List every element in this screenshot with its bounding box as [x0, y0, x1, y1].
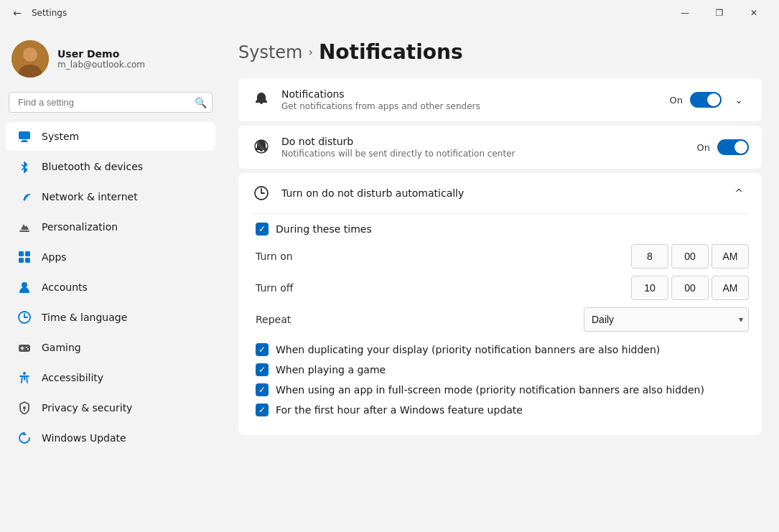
svg-point-17	[23, 372, 26, 375]
dnd-card: Do not disturb Notifications will be sen…	[238, 126, 762, 169]
during-times-label: During these times	[276, 223, 372, 235]
sidebar-item-apps[interactable]: Apps	[6, 243, 215, 271]
turn-off-label: Turn off	[256, 282, 313, 294]
sidebar-item-bluetooth[interactable]: Bluetooth & devices	[6, 152, 215, 181]
update-icon	[17, 431, 32, 445]
notifications-expand-btn[interactable]: ⌄	[729, 90, 749, 110]
repeat-row: Repeat Daily Weekdays Weekends ▾	[251, 307, 749, 332]
turn-off-ampm[interactable]	[712, 276, 749, 300]
sidebar-label-update: Windows Update	[42, 432, 126, 444]
svg-point-16	[27, 348, 29, 350]
gaming-icon	[17, 340, 32, 355]
sidebar-label-gaming: Gaming	[42, 342, 81, 353]
repeat-select[interactable]: Daily Weekdays Weekends	[584, 307, 749, 332]
accessibility-icon	[17, 370, 32, 385]
user-email: m_lab@outlook.com	[57, 60, 145, 70]
titlebar: ← Settings — ❐ ✕	[0, 0, 779, 26]
minimize-button[interactable]: —	[668, 1, 701, 24]
page-title: Notifications	[319, 40, 463, 64]
accounts-icon	[17, 280, 32, 294]
sidebar-label-accounts: Accounts	[42, 281, 88, 293]
sidebar-item-time[interactable]: Time & language	[6, 303, 215, 332]
personalization-icon	[17, 220, 32, 234]
option3-row: ✓ When using an app in full-screen mode …	[251, 383, 749, 396]
turn-off-min[interactable]	[671, 276, 709, 300]
sidebar-label-network: Network & internet	[42, 191, 138, 202]
turn-on-row: Turn on	[251, 244, 749, 269]
breadcrumb-system[interactable]: System	[238, 42, 303, 62]
sidebar-label-system: System	[42, 131, 79, 142]
notifications-text: Notifications Get notifications from app…	[281, 88, 660, 111]
network-icon	[17, 190, 32, 204]
back-button[interactable]: ←	[9, 4, 26, 22]
option2-checkbox[interactable]: ✓	[256, 363, 269, 376]
option2-label: When playing a game	[276, 364, 386, 375]
turn-on-ampm[interactable]	[712, 244, 749, 269]
option1-checkbox[interactable]: ✓	[256, 343, 269, 356]
main-content: System › Notifications Notifications Get…	[221, 26, 779, 532]
search-input[interactable]	[9, 92, 213, 113]
svg-rect-8	[19, 251, 24, 256]
breadcrumb-chevron: ›	[309, 45, 313, 59]
svg-rect-9	[25, 251, 30, 256]
toggle-knob	[707, 93, 720, 106]
check-icon: ✓	[258, 224, 266, 234]
sidebar-item-network[interactable]: Network & internet	[6, 182, 215, 211]
turn-on-fields	[631, 244, 749, 269]
dnd-expanded-title-text: Turn on do not disturb automatically	[281, 187, 719, 199]
notifications-subtitle: Get notifications from apps and other se…	[281, 101, 660, 111]
search-icon: 🔍	[195, 97, 207, 108]
option3-checkbox[interactable]: ✓	[256, 383, 269, 396]
svg-rect-11	[25, 258, 30, 263]
sidebar-label-accessibility: Accessibility	[42, 372, 103, 383]
option3-check-icon: ✓	[258, 385, 266, 395]
dnd-action: On	[697, 139, 749, 155]
user-profile[interactable]: User Demo m_lab@outlook.com	[0, 32, 221, 89]
repeat-select-wrap: Daily Weekdays Weekends ▾	[584, 307, 749, 332]
dnd-collapse-btn[interactable]: ^	[729, 183, 749, 203]
dnd-row: Do not disturb Notifications will be sen…	[238, 126, 762, 169]
option4-checkbox[interactable]: ✓	[256, 403, 269, 416]
turn-on-min[interactable]	[671, 244, 709, 269]
close-button[interactable]: ✕	[737, 1, 770, 24]
sidebar-item-personalization[interactable]: Personalization	[6, 213, 215, 241]
svg-point-6	[24, 199, 26, 201]
dnd-toggle-label: On	[697, 142, 710, 153]
option1-check-icon: ✓	[258, 345, 266, 355]
notifications-card: Notifications Get notifications from app…	[238, 78, 762, 121]
sidebar-label-bluetooth: Bluetooth & devices	[42, 161, 143, 172]
bluetooth-icon	[17, 159, 32, 174]
option4-row: ✓ For the first hour after a Windows fea…	[251, 403, 749, 416]
turn-off-hour[interactable]	[631, 276, 668, 300]
during-times-checkbox[interactable]: ✓	[256, 223, 269, 235]
dnd-title: Do not disturb	[281, 136, 687, 147]
option4-label: For the first hour after a Windows featu…	[276, 404, 523, 416]
sidebar-label-time: Time & language	[42, 312, 127, 323]
maximize-button[interactable]: ❐	[703, 1, 736, 24]
sidebar-item-gaming[interactable]: Gaming	[6, 333, 215, 362]
svg-point-12	[22, 282, 27, 288]
dnd-expanded: Turn on do not disturb automatically ^ ✓…	[238, 173, 762, 435]
turn-on-hour[interactable]	[631, 244, 668, 269]
sidebar-item-accounts[interactable]: Accounts	[6, 273, 215, 302]
apps-icon	[17, 250, 32, 264]
user-info: User Demo m_lab@outlook.com	[57, 48, 145, 70]
sidebar-item-system[interactable]: System	[6, 122, 215, 151]
sidebar-item-update[interactable]: Windows Update	[6, 424, 215, 452]
notifications-row: Notifications Get notifications from app…	[238, 78, 762, 121]
notifications-action: On ⌄	[670, 90, 749, 110]
svg-rect-7	[19, 230, 29, 232]
svg-rect-5	[21, 141, 28, 143]
dnd-toggle[interactable]	[717, 139, 749, 155]
sidebar-label-personalization: Personalization	[42, 221, 118, 233]
dnd-clock-icon	[251, 183, 271, 203]
notifications-toggle[interactable]	[690, 92, 722, 108]
sidebar-item-privacy[interactable]: Privacy & security	[6, 393, 215, 422]
option2-row: ✓ When playing a game	[251, 363, 749, 376]
time-icon	[17, 310, 32, 325]
dnd-subtitle: Notifications will be sent directly to n…	[281, 149, 687, 159]
user-name: User Demo	[57, 48, 145, 60]
option3-label: When using an app in full-screen mode (p…	[276, 384, 704, 396]
sidebar-item-accessibility[interactable]: Accessibility	[6, 363, 215, 392]
sidebar-label-apps: Apps	[42, 251, 67, 263]
